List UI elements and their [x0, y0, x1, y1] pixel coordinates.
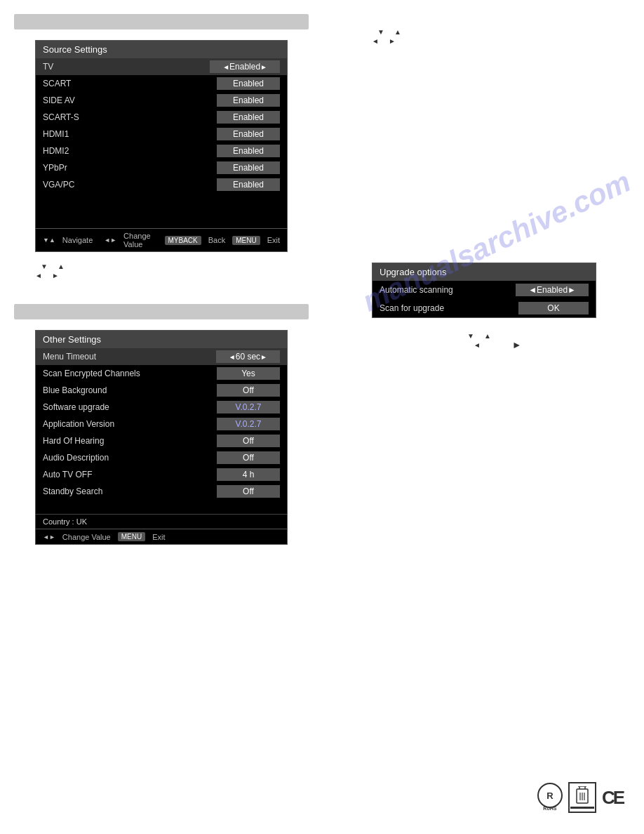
table-row[interactable]: Blue Background Off	[36, 382, 287, 399]
value-box[interactable]: ◄ 60 sec ►	[216, 350, 280, 363]
table-row[interactable]: Hard Of Hearing Off	[36, 432, 287, 449]
left-arrow-icon[interactable]: ◄	[229, 353, 236, 361]
value-box: Enabled	[217, 111, 280, 124]
row-value: Enabled	[229, 95, 267, 105]
row-label: SIDE AV	[43, 95, 217, 105]
automatic-scanning-row[interactable]: Automatic scanning ◄ Enabled ►	[373, 281, 596, 299]
scan-upgrade-ok[interactable]: OK	[518, 302, 589, 315]
left-arrow-top-right: ◄	[372, 37, 379, 45]
exit-label2: Exit	[152, 533, 165, 541]
table-row[interactable]: SCART-S Enabled	[36, 109, 287, 126]
row-value: Off	[229, 453, 267, 463]
up-arrow-icon2: ▲	[58, 263, 65, 270]
row-value: Enabled	[229, 129, 267, 139]
value-box: Off	[217, 485, 280, 498]
nav-bar-other: ◄► Change Value MENU Exit	[36, 529, 287, 544]
change-value-label: Change Value	[123, 232, 157, 249]
table-row[interactable]: HDMI1 Enabled	[36, 126, 287, 143]
row-label: SCART-S	[43, 112, 217, 122]
upgrade-options-box: Upgrade options Automatic scanning ◄ Ena…	[372, 263, 596, 318]
row-label: Software upgrade	[43, 402, 217, 412]
nav-bar: ▼▲ Navigate ◄► Change Value MYBACK Back …	[36, 228, 287, 251]
table-row[interactable]: SIDE AV Enabled	[36, 92, 287, 109]
table-row[interactable]: Menu Timeout ◄ 60 sec ►	[36, 348, 287, 365]
row-label: YPbPr	[43, 163, 217, 173]
row-label: Auto TV OFF	[43, 470, 217, 479]
right-arrow-icon[interactable]: ►	[260, 353, 267, 361]
row-label: Scan Encrypted Channels	[43, 369, 217, 378]
row-label: TV	[43, 62, 210, 72]
nav-arrows-group1: ▼ ▲ ◄ ►	[35, 263, 309, 279]
right-arrow-icon2: ►	[52, 272, 59, 279]
row-label: SCART	[43, 79, 217, 88]
table-row[interactable]: VGA/PC Enabled	[36, 176, 287, 193]
row-label: Blue Background	[43, 385, 217, 395]
table-row[interactable]: Scan Encrypted Channels Yes	[36, 365, 287, 382]
value-box: Off	[217, 384, 280, 397]
row-value: Enabled	[229, 180, 267, 190]
change-value-label2: Change Value	[62, 533, 111, 541]
other-settings-title: Other Settings	[36, 331, 287, 348]
value-box: Enabled	[217, 128, 280, 140]
weee-icon	[568, 782, 596, 813]
right-arrow-upgrade[interactable]: ►	[568, 285, 576, 295]
down-arrow-br: ▼	[467, 332, 474, 340]
table-row[interactable]: TV ◄ Enabled ►	[36, 58, 287, 75]
value-box: Enabled	[217, 178, 280, 191]
value-box: V.0.2.7	[217, 418, 280, 430]
section2-bar	[14, 304, 309, 319]
row-value: Enabled	[229, 146, 267, 156]
row-value: Off	[229, 486, 267, 496]
automatic-scanning-label: Automatic scanning	[380, 285, 453, 295]
table-row[interactable]: Audio Description Off	[36, 449, 287, 466]
exit-label: Exit	[267, 236, 280, 244]
row-value: V.0.2.7	[229, 402, 267, 412]
table-row[interactable]: Auto TV OFF 4 h	[36, 466, 287, 483]
value-box: Enabled	[217, 145, 280, 157]
right-arrow-icon[interactable]: ►	[260, 63, 267, 71]
row-label: Application Version	[43, 419, 217, 429]
row-value: 60 sec	[236, 352, 260, 362]
left-arrow-icon[interactable]: ◄	[222, 63, 229, 71]
up-arrow-top-right: ▼	[377, 28, 384, 36]
other-settings-box: Other Settings Menu Timeout ◄ 60 sec ► S…	[35, 330, 288, 545]
left-arrow-upgrade[interactable]: ◄	[528, 285, 537, 295]
back-label: Back	[208, 236, 225, 244]
left-arrow-icon2: ◄	[35, 272, 42, 279]
row-value: V.0.2.7	[229, 419, 267, 429]
nav-arrows-top-right: ▼ ▲ ◄ ►	[372, 28, 630, 45]
left-arrow-br: ◄	[474, 341, 481, 349]
value-box: Enabled	[217, 94, 280, 107]
row-label: VGA/PC	[43, 180, 217, 190]
value-box[interactable]: ◄ Enabled ►	[210, 60, 280, 73]
table-row[interactable]: HDMI2 Enabled	[36, 143, 287, 159]
right-arrow-top-right: ►	[389, 37, 396, 45]
value-box: Enabled	[217, 77, 280, 90]
automatic-scanning-value: Enabled	[537, 285, 568, 295]
table-row[interactable]: SCART Enabled	[36, 75, 287, 92]
scan-upgrade-row[interactable]: Scan for upgrade OK	[373, 299, 596, 317]
upgrade-options-title: Upgrade options	[373, 263, 596, 281]
table-row[interactable]: Standby Search Off	[36, 483, 287, 500]
table-row[interactable]: Application Version V.0.2.7	[36, 416, 287, 432]
scan-upgrade-label: Scan for upgrade	[380, 303, 444, 313]
source-settings-box: Source Settings TV ◄ Enabled ► SCART Ena…	[35, 40, 288, 252]
right-arrow-indicator: ►	[512, 339, 522, 350]
row-value: Yes	[229, 369, 267, 378]
country-label: Country : UK	[36, 514, 287, 529]
value-box: Yes	[217, 367, 280, 380]
section1-bar	[14, 14, 309, 29]
up-arrow-br: ▲	[484, 332, 491, 340]
myback-button[interactable]: MYBACK	[165, 236, 201, 245]
row-label: Hard Of Hearing	[43, 436, 217, 446]
menu-exit-button[interactable]: MENU	[232, 236, 260, 245]
menu-exit-button2[interactable]: MENU	[118, 532, 145, 541]
automatic-scanning-value-box[interactable]: ◄ Enabled ►	[516, 284, 589, 296]
table-row[interactable]: YPbPr Enabled	[36, 159, 287, 176]
ce-icon: CE	[602, 787, 623, 809]
row-value: Enabled	[229, 112, 267, 122]
table-row[interactable]: Software upgrade V.0.2.7	[36, 399, 287, 416]
value-box: V.0.2.7	[217, 401, 280, 413]
row-label: HDMI2	[43, 146, 217, 156]
row-value: Off	[229, 436, 267, 446]
